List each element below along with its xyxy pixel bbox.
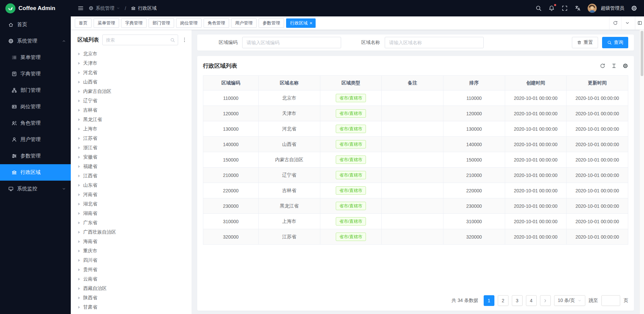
caret-right-icon[interactable] bbox=[78, 297, 80, 299]
page-button[interactable]: 3 bbox=[512, 295, 523, 306]
tree-node[interactable]: 湖南省 bbox=[77, 209, 187, 218]
page-size-select[interactable]: 10 条/页 bbox=[554, 295, 585, 306]
caret-right-icon[interactable] bbox=[78, 137, 80, 140]
page-scrollbar[interactable] bbox=[639, 30, 644, 314]
table-row[interactable]: 140000 山西省 省市/直辖市 140000 2020-10-01 00:0… bbox=[203, 137, 628, 152]
tree-node[interactable]: 山西省 bbox=[77, 77, 187, 87]
table-row[interactable]: 220000 吉林省 省市/直辖市 220000 2020-10-01 00:0… bbox=[203, 183, 628, 198]
sidebar-subitem[interactable]: 用户管理 bbox=[0, 131, 71, 148]
sidebar-subitem[interactable]: 参数管理 bbox=[0, 148, 71, 164]
row-density-button[interactable] bbox=[611, 63, 617, 69]
table-row[interactable]: 310000 上海市 省市/直辖市 310000 2020-10-01 00:0… bbox=[203, 214, 628, 229]
tree-search-input[interactable] bbox=[106, 38, 170, 43]
table-row[interactable]: 210000 辽宁省 省市/直辖市 210000 2020-10-01 00:0… bbox=[203, 168, 628, 183]
tab-close-icon[interactable]: × bbox=[310, 21, 312, 25]
region-code-input[interactable] bbox=[242, 37, 341, 48]
caret-right-icon[interactable] bbox=[78, 184, 80, 187]
tree-more-button[interactable] bbox=[181, 37, 187, 43]
tree-node[interactable]: 黑龙江省 bbox=[77, 115, 187, 124]
caret-right-icon[interactable] bbox=[78, 203, 80, 205]
tree-node[interactable]: 云南省 bbox=[77, 274, 187, 284]
table-row[interactable]: 110000 北京市 省市/直辖市 110000 2020-10-01 00:0… bbox=[203, 90, 628, 106]
tree-node[interactable]: 上海市 bbox=[77, 124, 187, 134]
caret-right-icon[interactable] bbox=[78, 90, 80, 93]
search-icon[interactable] bbox=[170, 38, 175, 43]
sidebar-subitem[interactable]: 行政区域 bbox=[0, 164, 71, 181]
tree-node[interactable]: 青海省 bbox=[77, 312, 187, 314]
tab[interactable]: 首页 × bbox=[75, 18, 92, 28]
table-row[interactable]: 130000 河北省 省市/直辖市 130000 2020-10-01 00:0… bbox=[203, 121, 628, 137]
tree-node[interactable]: 吉林省 bbox=[77, 106, 187, 115]
region-name-input[interactable] bbox=[385, 37, 484, 48]
caret-right-icon[interactable] bbox=[78, 175, 80, 177]
tab[interactable]: 菜单管理 × bbox=[94, 18, 119, 28]
jump-page-input[interactable] bbox=[601, 295, 620, 306]
caret-right-icon[interactable] bbox=[78, 240, 80, 243]
caret-right-icon[interactable] bbox=[78, 212, 80, 215]
tree-node[interactable]: 江西省 bbox=[77, 171, 187, 181]
column-settings-button[interactable] bbox=[623, 63, 628, 69]
table-row[interactable]: 230000 黑龙江省 省市/直辖市 230000 2020-10-01 00:… bbox=[203, 198, 628, 214]
tree-node[interactable]: 河南省 bbox=[77, 190, 187, 199]
caret-right-icon[interactable] bbox=[78, 81, 80, 83]
page-button[interactable]: 1 bbox=[484, 295, 494, 306]
table-row[interactable]: 150000 内蒙古自治区 省市/直辖市 150000 2020-10-01 0… bbox=[203, 152, 628, 168]
notifications-button[interactable] bbox=[548, 5, 555, 11]
tree-node[interactable]: 安徽省 bbox=[77, 152, 187, 162]
caret-right-icon[interactable] bbox=[78, 259, 80, 262]
caret-right-icon[interactable] bbox=[78, 156, 80, 159]
tree-node[interactable]: 山东省 bbox=[77, 181, 187, 190]
layout-settings-button[interactable] bbox=[635, 16, 644, 30]
page-button[interactable]: 2 bbox=[498, 295, 508, 306]
tree-node[interactable]: 河北省 bbox=[77, 68, 187, 77]
caret-right-icon[interactable] bbox=[78, 53, 80, 55]
caret-right-icon[interactable] bbox=[78, 268, 80, 271]
table-row[interactable]: 120000 天津市 省市/直辖市 120000 2020-10-01 00:0… bbox=[203, 106, 628, 121]
tree-node[interactable]: 江苏省 bbox=[77, 134, 187, 143]
next-page-button[interactable] bbox=[540, 295, 551, 306]
refresh-table-button[interactable] bbox=[600, 63, 605, 69]
tab-actions-dropdown[interactable] bbox=[621, 16, 633, 29]
tree-node[interactable]: 辽宁省 bbox=[77, 96, 187, 106]
tree-node[interactable]: 甘肃省 bbox=[77, 303, 187, 312]
sidebar-subitem[interactable]: 岗位管理 bbox=[0, 99, 71, 115]
user-avatar[interactable] bbox=[588, 4, 597, 13]
caret-right-icon[interactable] bbox=[78, 165, 80, 168]
tab[interactable]: 部门管理 × bbox=[149, 18, 174, 28]
tree-node[interactable]: 重庆市 bbox=[77, 246, 187, 256]
table-row[interactable]: 320000 江苏省 省市/直辖市 320000 2020-10-01 00:0… bbox=[203, 229, 628, 245]
refresh-page-button[interactable] bbox=[609, 16, 621, 29]
sidebar-subitem[interactable]: 角色管理 bbox=[0, 115, 71, 131]
caret-right-icon[interactable] bbox=[78, 109, 80, 112]
query-button[interactable]: 查询 bbox=[602, 37, 628, 48]
caret-right-icon[interactable] bbox=[78, 62, 80, 65]
tree-node[interactable]: 四川省 bbox=[77, 256, 187, 265]
sidebar-group-system-management[interactable]: 系统管理 bbox=[0, 33, 71, 49]
caret-right-icon[interactable] bbox=[78, 146, 80, 149]
caret-right-icon[interactable] bbox=[78, 222, 80, 224]
tree-node[interactable]: 浙江省 bbox=[77, 143, 187, 152]
scrollbar-thumb[interactable] bbox=[641, 31, 643, 76]
tree-node[interactable]: 广西壮族自治区 bbox=[77, 228, 187, 237]
sidebar-item-home[interactable]: 首页 bbox=[0, 16, 71, 33]
tab[interactable]: 角色管理 × bbox=[204, 18, 229, 28]
caret-right-icon[interactable] bbox=[78, 100, 80, 102]
language-button[interactable] bbox=[575, 5, 581, 11]
caret-right-icon[interactable] bbox=[78, 278, 80, 280]
tree-node[interactable]: 广东省 bbox=[77, 218, 187, 228]
fullscreen-button[interactable] bbox=[561, 5, 568, 11]
tree-node[interactable]: 海南省 bbox=[77, 237, 187, 246]
tab[interactable]: 岗位管理 × bbox=[176, 18, 202, 28]
tab[interactable]: 字典管理 × bbox=[121, 18, 147, 28]
tree-node[interactable]: 西藏自治区 bbox=[77, 284, 187, 293]
caret-right-icon[interactable] bbox=[78, 71, 80, 74]
reset-button[interactable]: 重置 bbox=[572, 37, 598, 48]
sidebar-group-system-monitor[interactable]: 系统监控 bbox=[0, 181, 71, 197]
settings-button[interactable] bbox=[631, 5, 637, 11]
tree-node[interactable]: 天津市 bbox=[77, 59, 187, 68]
sidebar-subitem[interactable]: 字典管理 bbox=[0, 66, 71, 82]
tree-node[interactable]: 北京市 bbox=[77, 49, 187, 59]
sidebar-subitem[interactable]: 菜单管理 bbox=[0, 49, 71, 66]
caret-right-icon[interactable] bbox=[78, 193, 80, 196]
user-name[interactable]: 超级管理员 bbox=[601, 5, 624, 11]
